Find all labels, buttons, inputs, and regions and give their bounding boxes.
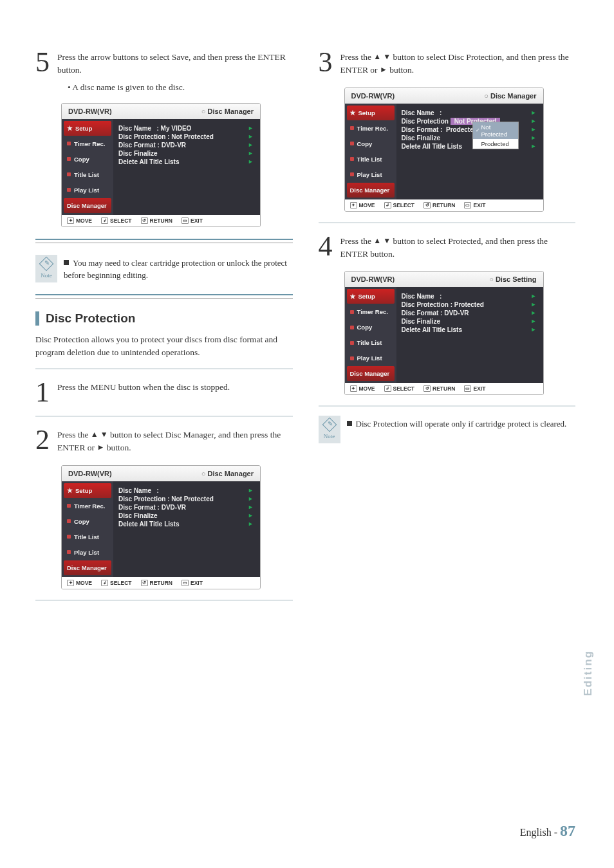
step-1: 1 Press the MENU button when the disc is… — [35, 378, 293, 407]
bullet-square — [347, 421, 352, 426]
updown-icon: ▲ ▼ — [373, 52, 391, 61]
osd-model: DVD-RW(VR) — [68, 107, 112, 115]
step-5: 5 Press the arrow buttons to select Save… — [35, 48, 293, 77]
note-icon: Note — [35, 255, 57, 282]
step-5-bullet: • A disc name is given to the disc. — [68, 82, 293, 93]
osd-footer: ✦MOVE ↲SELECT ↺RETURN ▭EXIT — [62, 215, 260, 226]
section-bar — [35, 311, 39, 326]
section-desc: Disc Protection allows you to protect yo… — [35, 333, 293, 360]
updown-icon: ▲ ▼ — [373, 236, 391, 245]
step-5-text: Press the arrow buttons to select Save, … — [57, 48, 293, 77]
step-num-2: 2 — [35, 426, 50, 454]
bullet-square — [64, 260, 69, 265]
popup-protection: Not Protected Prodected — [472, 122, 519, 149]
right-icon: ► — [380, 65, 387, 74]
note-text: You may need to clear cartridge protecti… — [64, 258, 287, 281]
side-tab-editing: Editing — [582, 650, 595, 696]
step-3: 3 Press the ▲ ▼ button to select Disc Pr… — [319, 48, 576, 77]
side-play-list: Play List — [64, 183, 111, 198]
note-cartridge-right: Note Disc Protection will operate only i… — [319, 416, 576, 443]
side-setup: Setup — [64, 121, 111, 136]
step-4: 4 Press the ▲ ▼ button to select Protect… — [319, 232, 576, 261]
side-title-list: Title List — [64, 167, 111, 182]
page-footer: English - 87 — [520, 822, 575, 840]
section-heading: Disc Protection — [35, 311, 293, 326]
step-num-5: 5 — [35, 48, 50, 77]
osd-step-3: DVD-RW(VR) Disc Manager Setup Timer Rec.… — [344, 88, 544, 212]
side-timer: Timer Rec. — [64, 136, 111, 151]
osd-step-2: DVD-RW(VR) Disc Manager Setup Timer Rec.… — [61, 465, 261, 589]
step-2: 2 Press the ▲ ▼ button to select Disc Ma… — [35, 426, 293, 455]
step-3-text: Press the ▲ ▼ button to select Disc Prot… — [340, 48, 576, 77]
footer-lang: English - — [520, 827, 557, 838]
side-disc-mgr: Disc Manager — [64, 198, 111, 213]
step-2-text: Press the ▲ ▼ button to select Disc Mana… — [57, 426, 293, 455]
note-icon: Note — [319, 416, 340, 443]
step-1-text: Press the MENU button when the disc is s… — [57, 378, 230, 394]
osd-step-5: DVD-RW(VR) Disc Manager Setup Timer Rec.… — [61, 103, 261, 227]
updown-icon: ▲ ▼ — [91, 430, 108, 439]
osd-sidebar: Setup Timer Rec. Copy Title List Play Li… — [62, 119, 113, 215]
step-4-text: Press the ▲ ▼ button to select Protected… — [340, 232, 576, 261]
osd-title: Disc Manager — [201, 107, 254, 115]
section-title: Disc Protection — [46, 311, 135, 326]
step-num-4: 4 — [319, 232, 333, 261]
popup-item-prodected: Prodected — [473, 139, 518, 149]
side-copy: Copy — [64, 152, 111, 167]
right-icon: ► — [97, 443, 105, 452]
note-cartridge: Note You may need to clear cartridge pro… — [35, 255, 293, 282]
step-num-3: 3 — [319, 48, 333, 77]
note-text: Disc Protection will operate only if car… — [356, 419, 567, 429]
osd-main: Disc Name : My VIDEO► Disc Protection : … — [113, 119, 260, 215]
footer-page: 87 — [560, 822, 575, 839]
step-num-1: 1 — [35, 378, 50, 407]
osd-step-4: DVD-RW(VR) Disc Setting Setup Timer Rec.… — [344, 271, 544, 395]
popup-item-notprotected: Not Protected — [473, 122, 518, 139]
